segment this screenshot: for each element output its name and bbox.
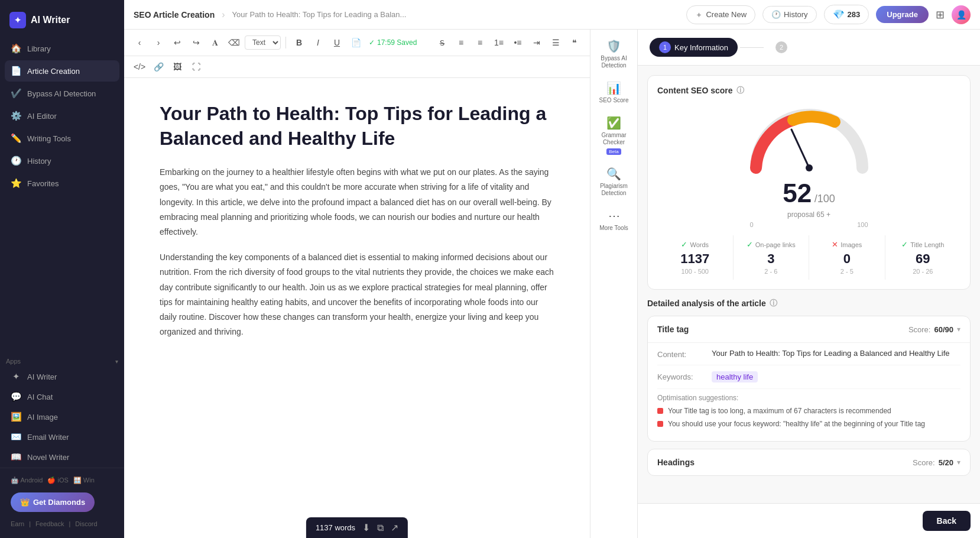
strip-item-grammar[interactable]: ✅Grammar CheckerBeta: [594, 111, 634, 160]
italic-button[interactable]: I: [310, 34, 326, 51]
sidebar-item-library[interactable]: 🏠Library: [5, 38, 119, 59]
android-link[interactable]: 🤖 Android: [11, 477, 43, 484]
earn-link[interactable]: Earn: [11, 520, 24, 527]
discord-link[interactable]: Discord: [75, 520, 97, 527]
strip-item-more-tools[interactable]: ⋯More Tools: [594, 204, 634, 236]
sidebar-nav: 🏠Library📄Article Creation✔️Bypass AI Det…: [0, 38, 124, 352]
strip-item-label: Grammar Checker: [598, 132, 631, 146]
bold-button[interactable]: B: [291, 34, 307, 51]
underline-button[interactable]: U: [329, 34, 345, 51]
article-para-2: Understanding the key components of a ba…: [160, 250, 554, 339]
tab-separator: [740, 47, 764, 48]
opt-suggestion-item: You should use your focus keyword: "heal…: [657, 420, 960, 428]
undo-button[interactable]: ↩: [169, 34, 186, 51]
library-nav-icon: 🏠: [11, 43, 21, 54]
app-name: AI Writer: [31, 15, 70, 25]
strip-item-seo-score[interactable]: 📊SEO Score: [594, 76, 634, 109]
link-button[interactable]: 🔗: [150, 59, 167, 75]
sidebar-app-ai-writer[interactable]: ✦AI Writer: [0, 367, 124, 386]
get-diamonds-button[interactable]: 👑 Get Diamonds: [11, 492, 95, 512]
expand-button[interactable]: ⛶: [188, 59, 205, 75]
sidebar-app-ai-image[interactable]: 🖼️AI Image: [0, 407, 124, 426]
user-avatar[interactable]: 👤: [952, 5, 971, 24]
align-center-button[interactable]: ≡: [472, 34, 488, 51]
sidebar-footer: 🤖 Android 🍎 iOS 🪟 Win 👑 Get Diamonds Ear…: [0, 468, 124, 531]
headings-score: Score: 5/20 ▾: [913, 458, 960, 467]
apps-chevron-icon[interactable]: ▾: [115, 358, 118, 365]
editor-content[interactable]: Your Path to Health: Top Tips for Leadin…: [124, 78, 590, 538]
sidebar-item-article-creation[interactable]: 📄Article Creation: [5, 60, 119, 82]
headings-header[interactable]: Headings Score: 5/20 ▾: [648, 449, 970, 475]
sidebar-item-history[interactable]: 🕐History: [5, 150, 119, 171]
ios-link[interactable]: 🍎 iOS: [47, 477, 68, 484]
email-writer-app-icon: ✉️: [11, 432, 21, 442]
history-button[interactable]: 🕐 History: [762, 6, 816, 23]
grid-icon[interactable]: ⊞: [936, 8, 945, 21]
image-button[interactable]: 🖼: [169, 59, 186, 75]
strip-item-label: Plagiarism Detection: [598, 183, 631, 197]
history-nav-icon: 🕐: [11, 155, 21, 166]
unordered-list-button[interactable]: •≡: [510, 34, 526, 51]
forward-button[interactable]: ›: [150, 34, 167, 51]
share-icon[interactable]: ↗: [391, 522, 398, 533]
sidebar-item-bypass-ai[interactable]: ✔️Bypass AI Detection: [5, 83, 119, 104]
upgrade-button[interactable]: Upgrade: [876, 6, 929, 23]
align-left-button[interactable]: ≡: [453, 34, 469, 51]
history-icon: 🕐: [771, 10, 781, 19]
main-area: SEO Article Creation › Your Path to Heal…: [124, 0, 980, 538]
text-format-select[interactable]: Text: [245, 35, 281, 50]
ordered-list-button[interactable]: 1≡: [491, 34, 507, 51]
sidebar-item-favorites[interactable]: ⭐Favorites: [5, 173, 119, 194]
feedback-link[interactable]: Feedback: [35, 520, 64, 527]
eraser-button[interactable]: ⌫: [226, 34, 242, 51]
score-card-title: Content SEO score ⓘ: [657, 85, 960, 96]
opt-title: Optimisation suggestions:: [657, 394, 960, 402]
info-icon[interactable]: ⓘ: [736, 85, 744, 96]
strip-item-bypass-ai[interactable]: 🛡️Bypass AI Detection: [594, 34, 634, 74]
score-card: Content SEO score ⓘ: [647, 75, 971, 290]
keywords-row: Keywords: healthy life: [657, 365, 960, 389]
opt-suggestions: Your Title tag is too long, a maximum of…: [657, 407, 960, 428]
sidebar-app-ai-chat[interactable]: 💬AI Chat: [0, 387, 124, 406]
cross-icon: ✕: [832, 240, 838, 249]
content-row: Content: Your Path to Health: Top Tips f…: [657, 343, 960, 365]
strip-item-plagiarism[interactable]: 🔍Plagiarism Detection: [594, 162, 634, 202]
doc-button[interactable]: 📄: [348, 34, 364, 51]
sidebar-app-label: Novel Writer: [27, 453, 69, 462]
sidebar-app-novel-writer[interactable]: 📖Novel Writer: [0, 448, 124, 466]
analysis-info-icon[interactable]: ⓘ: [770, 298, 777, 309]
download-icon[interactable]: ⬇: [362, 522, 370, 533]
redo-button[interactable]: ↪: [188, 34, 205, 51]
text-align-button[interactable]: ☰: [547, 34, 564, 51]
strikethrough-button[interactable]: S̶: [434, 34, 450, 51]
back-panel-button[interactable]: Back: [923, 511, 971, 531]
editor-bottom-bar: 1137 words ⬇ ⧉ ↗: [306, 517, 408, 538]
back-button[interactable]: ‹: [131, 34, 148, 51]
writing-tools-nav-icon: ✏️: [11, 133, 21, 144]
plus-icon: ＋: [695, 9, 703, 20]
opt-dot: [657, 421, 663, 427]
section-title: SEO Article Creation: [134, 10, 215, 20]
tab1-label: Key Information: [674, 43, 728, 52]
ai-image-app-icon: 🖼️: [11, 411, 21, 422]
optimisation-section: Optimisation suggestions: Your Title tag…: [657, 394, 960, 428]
sidebar-app-label: Email Writer: [27, 433, 69, 442]
apps-section-title: Apps ▾: [0, 352, 124, 367]
right-strip: 🛡️Bypass AI Detection📊SEO Score✅Grammar …: [590, 30, 637, 538]
ai-editor-nav-icon: ⚙️: [11, 111, 21, 121]
sidebar-item-writing-tools[interactable]: ✏️Writing Tools: [5, 128, 119, 149]
indent-button[interactable]: ⇥: [528, 34, 545, 51]
sidebar-item-ai-editor[interactable]: ⚙️AI Editor: [5, 105, 119, 127]
copy-icon[interactable]: ⧉: [377, 523, 384, 533]
code-button[interactable]: </>: [131, 59, 148, 75]
ai-writer-app-icon: ✦: [11, 371, 21, 382]
win-link[interactable]: 🪟 Win: [73, 477, 95, 484]
title-tag-header[interactable]: Title tag Score: 60/90 ▾: [648, 316, 970, 342]
font-button[interactable]: 𝐀: [207, 34, 223, 51]
tab-key-information[interactable]: 1 Key Information: [650, 38, 738, 57]
sidebar-app-email-writer[interactable]: ✉️Email Writer: [0, 427, 124, 446]
gauge-score-display: 52 /100: [657, 179, 960, 208]
tab-result[interactable]: 2 Result: [766, 38, 822, 57]
create-new-button[interactable]: ＋ Create New: [686, 5, 755, 24]
quote-button[interactable]: ❝: [566, 34, 583, 51]
